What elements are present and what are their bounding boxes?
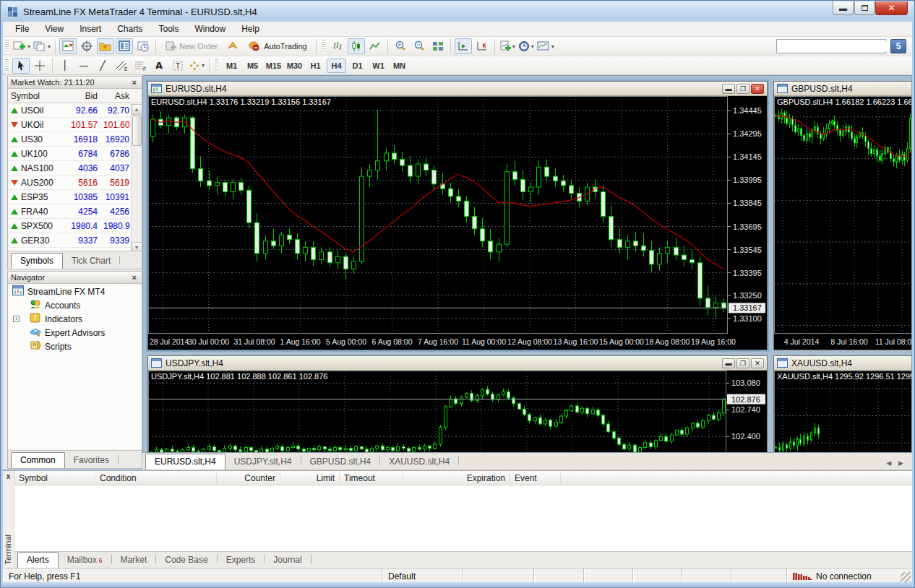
market-watch-toggle-button[interactable] [59, 38, 77, 54]
market-watch-row[interactable]: SPX5001980.41980.9 [8, 219, 142, 233]
crosshair-tool-button[interactable] [31, 58, 48, 74]
market-watch-row[interactable]: UK10067846786 [8, 147, 142, 161]
chart-tab-gbpusd-slt-h4[interactable]: GBPUSD.slt,H4 [301, 454, 380, 470]
menu-charts[interactable]: Charts [109, 22, 150, 35]
chart-canvas[interactable]: 103.080102.740102.400102.876USDJPY.slt,H… [148, 371, 767, 453]
tab-tick-chart[interactable]: Tick Chart [63, 254, 119, 269]
chart-window-eurusd[interactable]: EURUSD.slt,H4 ▬ ❐ ✕ 1.344451.342951.3414… [147, 81, 768, 350]
column-header-ask[interactable]: Ask [100, 91, 132, 101]
maximize-button[interactable] [854, 1, 875, 15]
navigator-item-indicators[interactable]: +fIndicators [8, 312, 142, 326]
arrows-tool-button[interactable]: ▾ [188, 58, 205, 74]
menu-tools[interactable]: Tools [151, 22, 187, 35]
text-tool-button[interactable]: A [150, 58, 168, 74]
menu-file[interactable]: File [7, 22, 37, 35]
timeframe-d1-button[interactable]: D1 [348, 59, 367, 73]
menu-view[interactable]: View [37, 22, 72, 35]
chart-window-titlebar[interactable]: GBPUSD.slt,H4 [774, 82, 912, 96]
chart-close-button[interactable]: ✕ [751, 84, 764, 94]
chart-window-titlebar[interactable]: USDJPY.slt,H4 ▬ ❐ ✕ [148, 356, 767, 371]
chart-canvas[interactable]: XAUUSD.slt,H4 1295.92 1296.51 1295.08 [774, 371, 912, 453]
chart-canvas[interactable]: 4 Jul 20148 Jul 16:0011 Jul 08:00GBPUSD.… [774, 96, 912, 350]
candlestick-chart-button[interactable] [348, 38, 365, 54]
chart-tab-usdjpy-slt-h4[interactable]: USDJPY.slt,H4 [225, 454, 301, 470]
resize-grip[interactable] [901, 572, 911, 582]
periods-button[interactable]: ▾ [517, 38, 535, 54]
horizontal-line-tool-button[interactable]: — [75, 58, 93, 74]
market-watch-row[interactable]: USOil92.6692.70 [8, 103, 142, 118]
market-watch-row[interactable]: UKOil101.57101.60 [8, 118, 142, 132]
chart-tab-xauusd-slt-h4[interactable]: XAUUSD.slt,H4 [380, 454, 458, 470]
market-watch-header[interactable]: Market Watch: 21:11:20 × [8, 77, 142, 89]
chart-window-titlebar[interactable]: XAUUSD.slt,H4 [774, 356, 912, 371]
terminal-tab-journal[interactable]: Journal [265, 553, 310, 568]
tab-scroll-right-icon[interactable]: ▶ [898, 459, 903, 467]
search-input[interactable] [777, 41, 895, 51]
timeframe-h4-button[interactable]: H4 [327, 59, 346, 73]
chart-tab-eurusd-slt-h4[interactable]: EURUSD.slt,H4 [145, 454, 225, 470]
chart-canvas[interactable]: 1.344451.342951.341451.339951.338451.336… [148, 96, 767, 350]
chart-window-xauusd[interactable]: XAUUSD.slt,H4 XAUUSD.slt,H4 1295.92 1296… [773, 355, 912, 453]
tile-windows-button[interactable] [429, 38, 447, 54]
cursor-tool-button[interactable] [12, 58, 30, 74]
community-notifications-button[interactable]: 5 [890, 39, 906, 53]
alerts-table-body[interactable] [14, 485, 912, 551]
market-watch-row[interactable]: FRA4042544256 [8, 204, 142, 219]
alerts-column-symbol[interactable]: Symbol [14, 473, 95, 483]
alerts-column-limit[interactable]: Limit [280, 473, 340, 483]
alerts-column-expiration[interactable]: Expiration [403, 473, 510, 483]
autotrading-button[interactable]: AutoTrading [243, 38, 312, 54]
vertical-line-tool-button[interactable]: │ [56, 58, 74, 74]
scrollbar-thumb[interactable] [132, 116, 142, 146]
timeframe-m15-button[interactable]: M15 [264, 59, 283, 73]
market-watch-scrollbar[interactable]: ▲ ▼ [131, 104, 142, 253]
terminal-tab-market[interactable]: Market [112, 553, 156, 568]
chart-minimize-button[interactable]: ▬ [722, 84, 735, 94]
minimize-button[interactable]: ▬ [833, 1, 854, 15]
terminal-tab-code-base[interactable]: Code Base [156, 553, 216, 568]
line-chart-button[interactable] [366, 38, 384, 54]
menu-help[interactable]: Help [233, 22, 267, 35]
tab-favorites[interactable]: Favorites [65, 453, 118, 468]
expand-icon[interactable]: + [13, 316, 20, 322]
tab-symbols[interactable]: Symbols [11, 253, 63, 269]
menu-insert[interactable]: Insert [72, 22, 109, 35]
toolbar-grip[interactable] [322, 40, 325, 53]
market-watch-row[interactable]: NAS10040364037 [8, 161, 142, 176]
tab-common[interactable]: Common [11, 452, 65, 468]
auto-scroll-button[interactable] [455, 38, 472, 54]
timeframe-mn-button[interactable]: MN [390, 59, 409, 73]
alerts-column-headers[interactable]: SymbolConditionCounterLimitTimeoutExpira… [14, 471, 912, 485]
toolbar-grip[interactable] [215, 59, 218, 72]
navigator-root[interactable]: StreamLine FX MT4 [8, 285, 142, 298]
market-watch-column-headers[interactable]: SymbolBidAsk [8, 89, 142, 103]
column-header-symbol[interactable]: Symbol [8, 91, 66, 101]
alerts-column-event[interactable]: Event [510, 473, 561, 483]
zoom-in-button[interactable] [392, 38, 409, 54]
trendline-tool-button[interactable]: ╱ [94, 58, 111, 74]
status-profile[interactable]: Default [382, 568, 463, 584]
chart-window-titlebar[interactable]: EURUSD.slt,H4 ▬ ❐ ✕ [148, 82, 767, 96]
fibonacci-tool-button[interactable]: F [132, 58, 149, 74]
market-watch-close-icon[interactable]: × [130, 78, 139, 87]
market-watch-row[interactable]: AUS20056165619 [8, 176, 142, 190]
chart-close-button[interactable]: ✕ [751, 358, 764, 368]
alerts-column-condition[interactable]: Condition [95, 473, 217, 483]
timeframe-m5-button[interactable]: M5 [243, 59, 262, 73]
scroll-up-icon[interactable]: ▲ [132, 104, 142, 115]
chart-maximize-button[interactable]: ❐ [736, 358, 749, 368]
equidistant-channel-tool-button[interactable]: E [113, 58, 130, 74]
navigator-item-accounts[interactable]: Accounts [8, 298, 142, 312]
new-order-button[interactable]: New Order [160, 38, 223, 54]
chart-window-gbpusd[interactable]: GBPUSD.slt,H4 4 Jul 20148 Jul 16:0011 Ju… [773, 81, 912, 350]
menu-window[interactable]: Window [187, 22, 234, 35]
navigator-item-scripts[interactable]: Scripts [8, 340, 142, 353]
alerts-column-counter[interactable]: Counter [217, 473, 280, 483]
toolbar-grip[interactable] [5, 59, 9, 72]
zoom-out-button[interactable] [411, 38, 428, 54]
chart-restore-button[interactable]: ❐ [736, 84, 749, 94]
status-connection[interactable]: No connection [787, 568, 912, 584]
terminal-tab-alerts[interactable]: Alerts [17, 552, 59, 568]
new-chart-button[interactable]: ▾ [12, 38, 31, 54]
terminal-close-icon[interactable]: x [3, 471, 14, 480]
